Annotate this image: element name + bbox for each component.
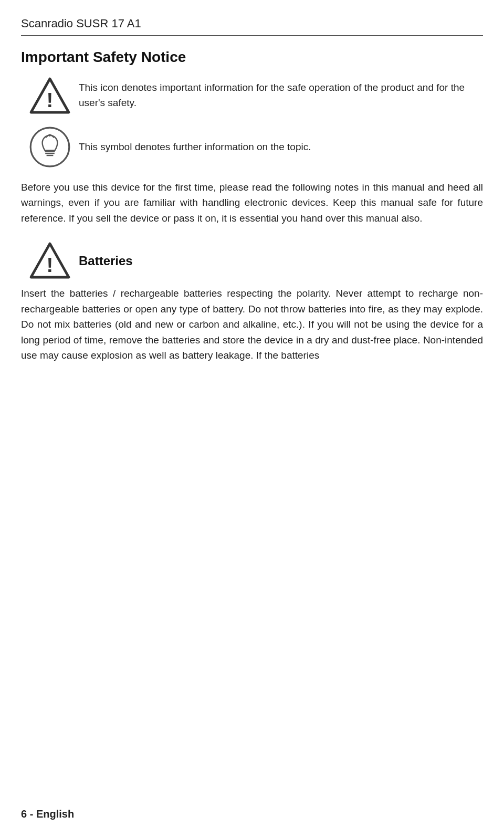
batteries-warning-icon: ! — [29, 242, 71, 279]
title-divider — [21, 35, 483, 36]
svg-text:!: ! — [47, 254, 54, 276]
intro-paragraph: Before you use this device for the first… — [21, 180, 483, 226]
warning-icon-cell: ! — [21, 77, 79, 114]
lightbulb-icon — [29, 126, 71, 168]
bulb-icon-cell — [21, 126, 79, 168]
warning-icon-row: ! This icon denotes important informatio… — [21, 77, 483, 114]
svg-text:!: ! — [47, 89, 54, 111]
batteries-icon-cell: ! — [21, 242, 79, 279]
footer-label: 6 - English — [21, 807, 74, 821]
batteries-section: ! Batteries Insert the batteries / recha… — [21, 242, 483, 363]
warning-triangle-icon: ! — [29, 77, 71, 114]
section-heading: Important Safety Notice — [21, 47, 483, 67]
batteries-header: ! Batteries — [21, 242, 483, 279]
page-title: Scanradio SUSR 17 A1 — [21, 16, 483, 32]
batteries-paragraph: Insert the batteries / rechargeable batt… — [21, 286, 483, 363]
bulb-icon-text: This symbol denotes further information … — [79, 140, 483, 155]
svg-point-2 — [30, 128, 69, 166]
bulb-icon-row: This symbol denotes further information … — [21, 126, 483, 168]
warning-icon-text: This icon denotes important information … — [79, 80, 483, 110]
batteries-title: Batteries — [79, 252, 133, 270]
